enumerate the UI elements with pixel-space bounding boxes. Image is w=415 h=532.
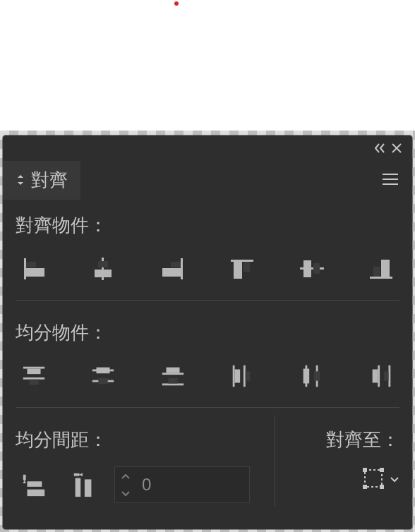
align-bottom-icon[interactable] — [363, 252, 399, 286]
svg-rect-33 — [235, 370, 241, 383]
tab-drag-icon — [16, 169, 25, 191]
svg-rect-21 — [29, 380, 38, 385]
svg-rect-4 — [95, 270, 112, 277]
svg-rect-15 — [370, 277, 392, 279]
svg-rect-48 — [76, 478, 81, 497]
section-distribute-objects: 均分物件： — [3, 308, 412, 400]
collapse-icon[interactable] — [371, 140, 388, 157]
panel-titlebar — [3, 135, 412, 161]
svg-rect-42 — [388, 365, 390, 387]
tabs-row: 對齊 — [3, 161, 412, 200]
svg-rect-8 — [171, 262, 181, 267]
svg-rect-1 — [26, 268, 44, 277]
align-vertical-center-icon[interactable] — [294, 252, 330, 286]
svg-rect-39 — [313, 371, 320, 380]
stepper[interactable] — [115, 467, 136, 502]
bottom-row: 均分間距： 0 對齊至： — [3, 415, 412, 516]
svg-rect-32 — [233, 365, 235, 387]
section-label: 均分間距： — [16, 428, 262, 452]
svg-rect-13 — [303, 260, 311, 277]
align-to-label: 對齊至： — [285, 428, 399, 452]
svg-rect-31 — [168, 378, 177, 384]
svg-rect-25 — [97, 368, 110, 374]
distribute-left-icon[interactable] — [224, 359, 260, 393]
svg-rect-47 — [74, 473, 80, 476]
distribute-top-icon[interactable] — [16, 359, 52, 393]
align-left-icon[interactable] — [16, 252, 52, 286]
svg-rect-11 — [243, 262, 250, 272]
distribute-vertical-space-icon[interactable] — [16, 468, 52, 502]
section-label: 對齊物件： — [16, 213, 399, 238]
tab-align[interactable]: 對齊 — [3, 161, 80, 200]
svg-rect-5 — [98, 261, 108, 267]
divider — [16, 407, 399, 408]
svg-rect-14 — [313, 263, 320, 274]
svg-rect-29 — [166, 368, 179, 373]
distribute-horizontal-space-icon[interactable] — [65, 468, 102, 502]
svg-rect-49 — [85, 479, 91, 497]
svg-rect-27 — [99, 378, 108, 385]
svg-rect-18 — [23, 367, 44, 369]
svg-rect-10 — [234, 262, 242, 279]
svg-rect-17 — [373, 267, 380, 277]
svg-rect-44 — [23, 475, 26, 480]
svg-rect-19 — [28, 369, 41, 375]
close-icon[interactable] — [388, 140, 405, 157]
panel-menu-icon[interactable] — [368, 172, 412, 189]
svg-rect-28 — [162, 373, 184, 375]
section-align-to: 對齊至： — [275, 415, 412, 506]
tab-label: 對齊 — [31, 168, 68, 193]
step-up-icon[interactable] — [115, 467, 136, 485]
svg-rect-0 — [24, 258, 26, 279]
section-align-objects: 對齊物件： — [3, 200, 412, 293]
align-panel: 對齊 對齊物件： — [3, 135, 412, 529]
svg-rect-45 — [28, 481, 42, 487]
spacing-value-input[interactable]: 0 — [114, 466, 250, 503]
divider — [16, 300, 399, 301]
chevron-down-icon — [390, 473, 399, 486]
svg-rect-7 — [162, 268, 181, 277]
red-marker-dot — [174, 1, 179, 6]
distribute-right-icon[interactable] — [363, 359, 399, 393]
distribute-objects-row — [16, 359, 399, 393]
svg-rect-50 — [365, 470, 382, 487]
distribute-horizontal-center-icon[interactable] — [294, 359, 330, 393]
svg-rect-43 — [384, 371, 389, 380]
svg-rect-52 — [380, 468, 383, 471]
svg-rect-9 — [231, 260, 253, 262]
svg-rect-34 — [243, 365, 246, 387]
svg-rect-37 — [303, 369, 309, 384]
svg-rect-2 — [26, 262, 36, 267]
align-right-icon[interactable] — [155, 252, 191, 286]
svg-rect-30 — [162, 383, 184, 385]
svg-rect-40 — [378, 365, 380, 387]
align-to-dropdown[interactable] — [285, 466, 399, 493]
svg-rect-16 — [381, 260, 390, 277]
align-to-selection-icon — [361, 466, 385, 493]
svg-rect-41 — [373, 370, 378, 383]
svg-rect-35 — [246, 371, 251, 380]
svg-rect-51 — [363, 468, 366, 471]
section-label: 均分物件： — [16, 320, 399, 345]
svg-rect-54 — [380, 485, 383, 488]
svg-rect-53 — [363, 485, 366, 488]
distribute-bottom-icon[interactable] — [155, 359, 191, 393]
svg-rect-20 — [23, 377, 44, 380]
spacing-value: 0 — [136, 475, 151, 495]
svg-rect-6 — [181, 258, 183, 279]
section-distribute-spacing: 均分間距： 0 — [3, 415, 275, 516]
align-objects-row — [16, 252, 399, 286]
step-down-icon[interactable] — [115, 485, 136, 502]
distribute-vertical-center-icon[interactable] — [85, 359, 121, 393]
svg-rect-46 — [28, 490, 45, 497]
align-top-icon[interactable] — [224, 252, 260, 286]
align-horizontal-center-icon[interactable] — [85, 252, 121, 286]
